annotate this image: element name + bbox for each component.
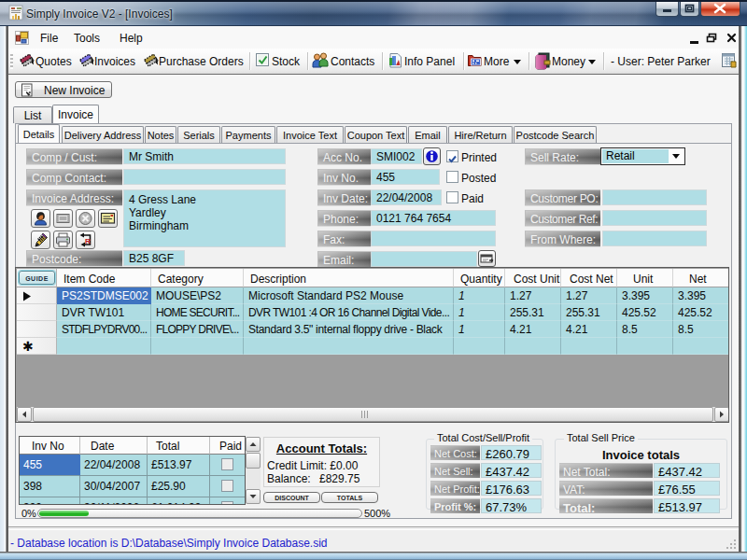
svg-text:R: R: [85, 237, 91, 245]
